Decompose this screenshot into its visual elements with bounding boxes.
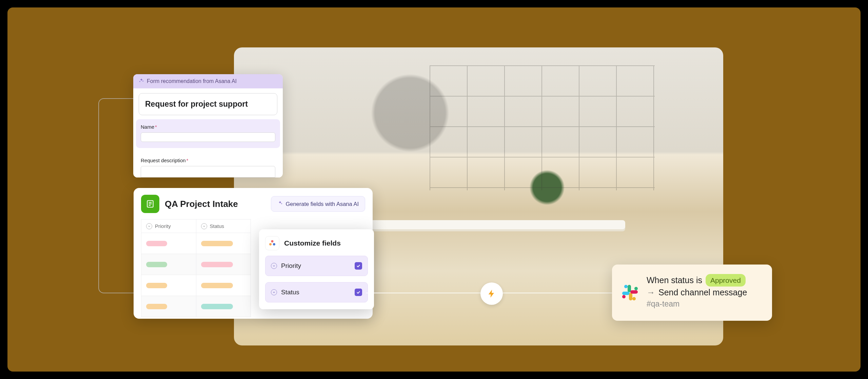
- name-input[interactable]: [141, 132, 275, 142]
- description-input[interactable]: [141, 166, 275, 177]
- priority-cell: [141, 296, 196, 317]
- customize-fields-popover: Customize fields Priority Status: [259, 229, 374, 309]
- chevron-down-circle-icon: [201, 223, 207, 229]
- priority-cell: [141, 233, 196, 254]
- svg-rect-10: [630, 290, 638, 294]
- form-title-block: Request for project support: [133, 88, 283, 115]
- automation-when-label: When status is: [647, 274, 702, 286]
- chevron-down-circle-icon: [271, 263, 277, 269]
- automation-text: When status is Approved → Send channel m…: [647, 274, 747, 311]
- priority-pill-medium: [146, 283, 167, 288]
- intake-title: QA Project Intake: [165, 199, 265, 209]
- status-cell: [196, 254, 251, 275]
- customize-title: Customize fields: [284, 239, 341, 247]
- svg-point-11: [624, 285, 628, 288]
- table-row[interactable]: [141, 254, 251, 275]
- priority-cell: [141, 275, 196, 296]
- status-cell: [196, 296, 251, 317]
- form-recommendation-card: Form recommendation from Asana AI Reques…: [133, 74, 283, 177]
- project-icon: [141, 195, 159, 213]
- asana-logo-icon: [265, 236, 279, 250]
- table-header-row: Priority Status: [141, 219, 251, 233]
- stage: Form recommendation from Asana AI Reques…: [7, 7, 861, 372]
- svg-point-13: [632, 297, 636, 300]
- slack-icon: [621, 283, 639, 302]
- table-row[interactable]: [141, 296, 251, 317]
- field-option-status[interactable]: Status: [265, 282, 368, 302]
- required-star: *: [155, 124, 157, 130]
- col-status[interactable]: Status: [196, 219, 251, 233]
- status-pill-inprogress: [201, 241, 233, 246]
- svg-rect-9: [629, 293, 632, 300]
- field-option-priority[interactable]: Priority: [265, 256, 368, 276]
- chevron-down-circle-icon: [271, 289, 277, 295]
- table-row[interactable]: [141, 233, 251, 254]
- checkbox-checked[interactable]: [355, 289, 362, 296]
- chevron-down-circle-icon: [146, 223, 152, 229]
- status-badge-approved: Approved: [706, 274, 746, 287]
- status-cell: [196, 275, 251, 296]
- status-pill-inprogress: [201, 283, 233, 288]
- bolt-icon: [487, 289, 496, 298]
- form-field-description: Request description*: [136, 153, 280, 177]
- automation-card[interactable]: When status is Approved → Send channel m…: [612, 265, 772, 321]
- generate-fields-ai-button[interactable]: Generate fields with Asana AI: [271, 196, 365, 212]
- connector-left-line: [98, 98, 136, 293]
- svg-rect-7: [628, 285, 631, 292]
- field-option-status-label: Status: [281, 289, 351, 296]
- priority-pill-low: [146, 262, 167, 267]
- field-option-priority-label: Priority: [281, 262, 351, 270]
- svg-point-6: [273, 243, 275, 246]
- svg-rect-8: [622, 292, 630, 295]
- automation-bolt-circle: [480, 282, 503, 305]
- checkbox-checked[interactable]: [355, 262, 362, 270]
- sparkle-icon: [277, 201, 283, 207]
- intake-header: QA Project Intake Generate fields with A…: [134, 188, 373, 219]
- automation-action-label: Send channel message: [658, 287, 747, 298]
- form-recommendation-label: Form recommendation from Asana AI: [147, 78, 237, 84]
- generate-fields-ai-label: Generate fields with Asana AI: [285, 201, 359, 207]
- priority-cell: [141, 254, 196, 275]
- form-recommendation-bar: Form recommendation from Asana AI: [133, 74, 283, 88]
- status-pill-blocked: [201, 262, 233, 267]
- svg-point-14: [622, 295, 626, 298]
- automation-channel: #qa-team: [647, 298, 747, 309]
- form-field-description-label: Request description*: [141, 157, 275, 163]
- intake-table: Priority Status: [141, 219, 251, 317]
- svg-point-4: [271, 240, 274, 243]
- table-row[interactable]: [141, 275, 251, 296]
- required-star: *: [186, 157, 189, 163]
- sparkle-icon: [139, 78, 144, 85]
- col-priority[interactable]: Priority: [141, 219, 196, 233]
- customize-header: Customize fields: [265, 236, 368, 250]
- status-cell: [196, 233, 251, 254]
- priority-pill-medium: [146, 304, 167, 309]
- svg-point-5: [269, 243, 272, 246]
- form-title-input[interactable]: Request for project support: [139, 93, 277, 115]
- form-field-name-label: Name*: [141, 124, 275, 130]
- priority-pill-high: [146, 241, 167, 246]
- status-pill-done: [201, 304, 233, 309]
- svg-point-12: [634, 287, 638, 290]
- arrow-right-icon: →: [647, 287, 655, 298]
- form-field-name: Name*: [136, 119, 280, 148]
